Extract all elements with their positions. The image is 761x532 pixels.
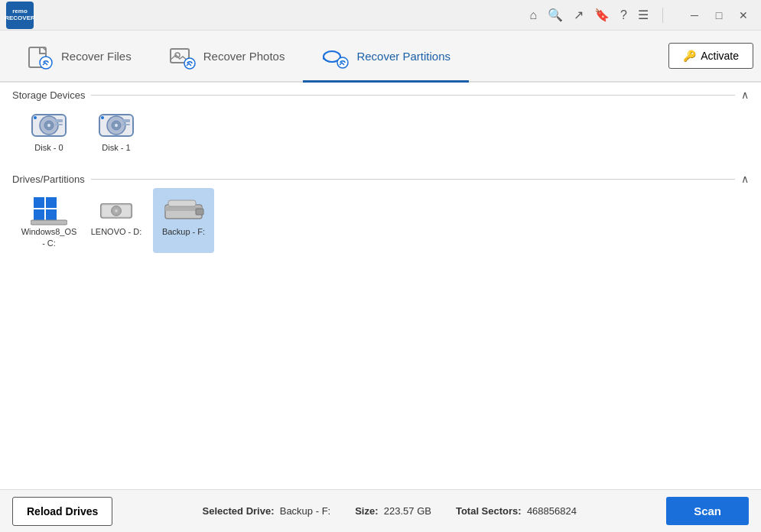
total-sectors-value: 468856824 [527, 505, 577, 517]
svg-point-32 [115, 210, 117, 212]
backup-f-item[interactable]: Backup - F: [153, 188, 214, 253]
size-status: Size: 223.57 GB [355, 505, 431, 517]
recover-photos-icon [168, 43, 196, 70]
svg-rect-20 [122, 119, 130, 122]
disk0-label: Disk - 0 [34, 142, 63, 153]
total-sectors-status: Total Sectors: 468856824 [456, 505, 577, 517]
drives-partitions-chevron[interactable]: ∧ [741, 173, 749, 185]
bookmark-icon[interactable]: 🔖 [594, 8, 610, 22]
storage-devices-label: Storage Devices [12, 89, 85, 101]
svg-rect-14 [55, 124, 63, 125]
windows-c-label: Windows8_OS - C: [21, 226, 77, 248]
status-info: Selected Drive: Backup - F: Size: 223.57… [131, 505, 648, 517]
drives-partitions-line [91, 179, 735, 180]
size-value: 223.57 GB [384, 505, 431, 517]
svg-rect-27 [31, 220, 67, 225]
titlebar-icons: ⌂ 🔍 ↗ 🔖 ? ☰ ─ □ ✕ [529, 5, 755, 26]
storage-devices-grid: Disk - 0 Disk - 1 [12, 101, 749, 164]
share-icon[interactable]: ↗ [574, 8, 584, 22]
disk1-label: Disk - 1 [102, 142, 130, 153]
svg-rect-36 [168, 200, 196, 206]
disk1-icon [96, 109, 136, 142]
window-controls: ─ □ ✕ [683, 5, 755, 26]
svg-rect-24 [46, 197, 57, 208]
svg-point-19 [115, 124, 118, 127]
storage-devices-section: Storage Devices ∧ Disk - 0 [0, 83, 761, 167]
lenovo-d-item[interactable]: LENOVO - D: [86, 188, 147, 253]
activate-button[interactable]: 🔑 Activate [668, 43, 753, 69]
tabbar: Recover Files Recover Photos Recover Par… [0, 31, 761, 83]
titlebar-left: remo RECOVER [6, 2, 34, 29]
windows-c-item[interactable]: Windows8_OS - C: [18, 188, 80, 253]
svg-point-15 [34, 116, 37, 119]
backup-f-label: Backup - F: [162, 226, 205, 237]
storage-devices-line [91, 95, 735, 96]
drives-partitions-grid: Windows8_OS - C: LENOVO - D: [12, 185, 749, 259]
reload-drives-button[interactable]: Reload Drives [12, 497, 112, 526]
selected-drive-value: Backup - F: [280, 505, 330, 517]
home-icon[interactable]: ⌂ [529, 8, 537, 22]
drives-partitions-header: Drives/Partitions ∧ [12, 173, 749, 185]
svg-rect-25 [34, 209, 44, 220]
lenovo-d-icon [98, 193, 135, 226]
windows-c-icon [31, 193, 67, 226]
separator [662, 8, 663, 23]
svg-rect-35 [196, 209, 203, 215]
tab-recover-photos[interactable]: Recover Photos [150, 32, 304, 83]
menu-icon[interactable]: ☰ [638, 8, 649, 22]
recover-files-icon [26, 43, 54, 70]
svg-rect-23 [34, 197, 44, 208]
svg-point-22 [101, 116, 104, 119]
disk0-item[interactable]: Disk - 0 [18, 104, 80, 157]
tab-recover-files[interactable]: Recover Files [8, 32, 150, 83]
drives-partitions-label: Drives/Partitions [12, 174, 85, 185]
storage-devices-chevron[interactable]: ∧ [741, 89, 749, 101]
titlebar: remo RECOVER ⌂ 🔍 ↗ 🔖 ? ☰ ─ □ ✕ [0, 0, 761, 31]
svg-rect-13 [55, 119, 63, 122]
recover-partitions-icon [321, 43, 349, 70]
lenovo-d-label: LENOVO - D: [91, 226, 142, 237]
tab-recover-photos-label: Recover Photos [203, 50, 285, 63]
search-icon[interactable]: 🔍 [548, 8, 563, 22]
maximize-button[interactable]: □ [707, 5, 730, 26]
help-icon[interactable]: ? [620, 8, 627, 22]
svg-point-12 [47, 124, 50, 127]
tab-recover-partitions[interactable]: Recover Partitions [303, 32, 469, 83]
tab-recover-files-label: Recover Files [61, 50, 132, 63]
scan-button[interactable]: Scan [666, 497, 749, 525]
app-logo: remo RECOVER [6, 2, 34, 29]
key-icon: 🔑 [683, 50, 696, 62]
disk0-icon [29, 109, 69, 142]
main-content: Storage Devices ∧ Disk - 0 [0, 83, 761, 489]
drives-partitions-section: Drives/Partitions ∧ Windows8_OS - C: [0, 167, 761, 262]
disk1-item[interactable]: Disk - 1 [86, 104, 147, 157]
minimize-button[interactable]: ─ [683, 5, 706, 26]
tab-recover-partitions-label: Recover Partitions [356, 50, 450, 63]
svg-rect-26 [46, 209, 57, 220]
bottom-bar: Reload Drives Selected Drive: Backup - F… [0, 489, 761, 532]
svg-rect-21 [122, 124, 130, 125]
selected-drive-status: Selected Drive: Backup - F: [203, 505, 331, 517]
close-button[interactable]: ✕ [732, 5, 755, 26]
storage-devices-header: Storage Devices ∧ [12, 89, 749, 101]
backup-f-icon [162, 193, 205, 226]
